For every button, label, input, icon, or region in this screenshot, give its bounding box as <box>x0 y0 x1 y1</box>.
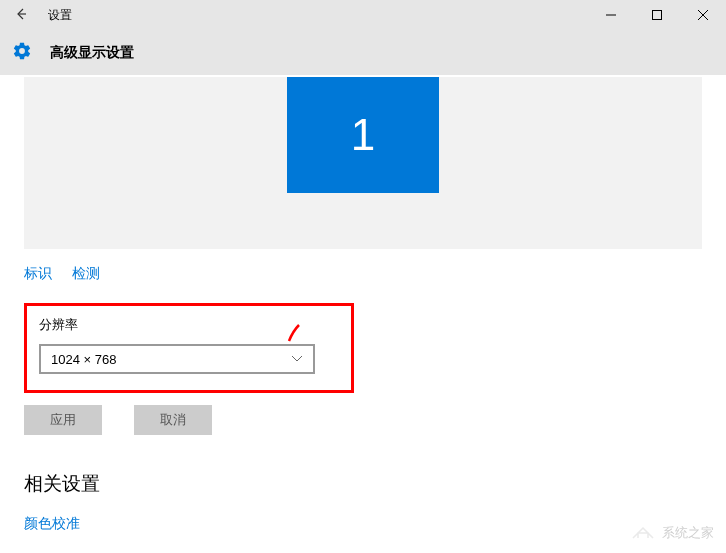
content-area: 1 标识 检测 分辨率 1024 × 768 应用 取消 相关设置 颜色校准 <box>0 77 726 533</box>
display-links: 标识 检测 <box>24 265 702 283</box>
watermark-text: 系统之家 <box>662 524 714 542</box>
window-title: 设置 <box>48 7 72 24</box>
action-buttons: 应用 取消 <box>24 405 702 435</box>
back-button[interactable] <box>14 7 28 24</box>
resolution-section: 分辨率 1024 × 768 <box>24 303 354 393</box>
monitor-1[interactable]: 1 <box>287 77 439 193</box>
page-title: 高级显示设置 <box>50 44 134 62</box>
detect-link[interactable]: 检测 <box>72 265 100 283</box>
maximize-button[interactable] <box>634 0 680 30</box>
titlebar: 设置 <box>0 0 726 30</box>
titlebar-left: 设置 <box>14 7 72 24</box>
apply-button[interactable]: 应用 <box>24 405 102 435</box>
cancel-button[interactable]: 取消 <box>134 405 212 435</box>
related-settings-title: 相关设置 <box>24 471 702 497</box>
gear-icon <box>12 41 32 65</box>
chevron-down-icon <box>291 354 303 365</box>
close-button[interactable] <box>680 0 726 30</box>
monitor-preview-area: 1 <box>24 77 702 249</box>
resolution-value: 1024 × 768 <box>51 352 116 367</box>
identify-link[interactable]: 标识 <box>24 265 52 283</box>
monitor-number: 1 <box>351 110 375 160</box>
svg-rect-2 <box>653 11 662 20</box>
color-calibration-link[interactable]: 颜色校准 <box>24 515 702 533</box>
watermark-icon <box>630 520 656 545</box>
resolution-dropdown[interactable]: 1024 × 768 <box>39 344 315 374</box>
header: 高级显示设置 <box>0 30 726 75</box>
window-controls <box>588 0 726 30</box>
watermark: 系统之家 <box>630 520 714 545</box>
minimize-button[interactable] <box>588 0 634 30</box>
